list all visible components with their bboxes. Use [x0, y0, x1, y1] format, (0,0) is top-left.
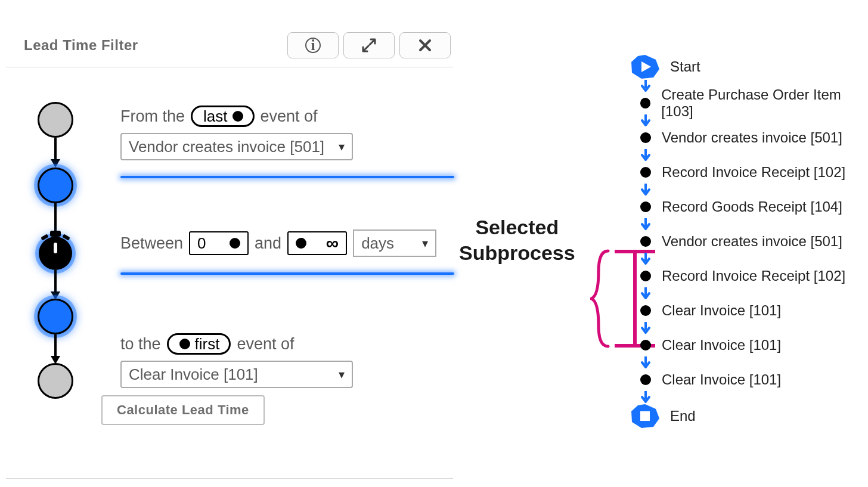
flow-arrow-icon [641, 356, 868, 368]
close-icon [418, 38, 432, 52]
flow-step: Clear Invoice [101] [624, 299, 868, 322]
to-toggle-label: first [195, 335, 220, 353]
calculate-button[interactable]: Calculate Lead Time [101, 395, 265, 425]
between-min-input[interactable]: 0 [189, 231, 249, 255]
bullet-icon [640, 236, 651, 247]
between-and: and [255, 234, 281, 253]
chevron-down-icon: ▾ [339, 367, 345, 381]
panel-toolbar: i [287, 32, 451, 58]
from-event-value: Vendor creates invoice [501] [129, 138, 324, 156]
flow-step-label: Create Purchase Order Item [103] [661, 86, 868, 120]
panel-body: From the last event of Vendor creates in… [6, 67, 453, 473]
from-event-select[interactable]: Vendor creates invoice [501] ▾ [120, 133, 353, 160]
flow-arrow-icon [641, 149, 868, 161]
expand-icon [361, 38, 377, 53]
flow-step-label: Clear Invoice [101] [662, 302, 781, 319]
process-flow: Start Create Purchase Order Item [103]Ve… [624, 54, 868, 429]
flow-arrow-icon [641, 322, 868, 334]
between-group: Between 0 and ∞ days ▾ [120, 229, 441, 275]
annotation-line1: Selected [459, 215, 575, 240]
flow-step: Record Invoice Receipt [102] [624, 161, 868, 184]
flow-step-label: Vendor creates invoice [501] [662, 129, 842, 146]
bullet-icon [640, 167, 651, 178]
flow-step: Record Goods Receipt [104] [624, 196, 868, 218]
toggle-dot-icon [232, 111, 243, 122]
info-icon: i [305, 38, 321, 53]
close-button[interactable] [399, 32, 451, 58]
timeline-connector [54, 138, 57, 160]
timeline-start-node [38, 102, 73, 138]
svg-rect-3 [640, 411, 650, 421]
chevron-down-icon: ▾ [339, 139, 345, 154]
panel-bottom-border [6, 478, 453, 479]
annotation-line2: Subprocess [459, 240, 575, 266]
panel-title: Lead Time Filter [24, 37, 138, 54]
selected-subprocess-label: Selected Subprocess [459, 215, 575, 265]
flow-arrow-icon [641, 184, 868, 196]
between-min-value: 0 [197, 234, 206, 253]
from-prefix: From the [120, 107, 185, 126]
timeline-connector [54, 203, 57, 232]
to-event-value: Clear Invoice [101] [129, 365, 258, 384]
bullet-icon [640, 132, 651, 143]
timeline-end-node [38, 363, 73, 399]
chevron-down-icon: ▾ [422, 236, 428, 250]
timeline-connector [54, 270, 57, 293]
lead-time-filter-panel: Lead Time Filter i [6, 27, 453, 473]
between-prefix: Between [120, 234, 183, 253]
flow-step-label: Clear Invoice [101] [662, 371, 781, 388]
bullet-icon [640, 201, 651, 212]
section-divider [120, 176, 454, 178]
bullet-icon [640, 374, 651, 385]
flow-arrow-icon [641, 253, 868, 265]
timeline-from-node [38, 167, 73, 203]
panel-header: Lead Time Filter i [6, 27, 453, 67]
bullet-icon [640, 98, 650, 108]
flow-step: Create Purchase Order Item [103] [624, 92, 868, 114]
timeline-to-node [38, 299, 73, 334]
to-suffix: event of [237, 335, 294, 353]
to-group: to the first event of Clear Invoice [101… [120, 333, 441, 388]
between-max-input[interactable]: ∞ [287, 231, 347, 255]
from-suffix: event of [261, 107, 318, 126]
end-badge-icon [630, 403, 661, 429]
between-unit-value: days [361, 234, 394, 253]
slider-dot-icon [230, 238, 240, 249]
start-badge-icon [630, 54, 661, 80]
flow-arrow-icon [641, 391, 868, 403]
from-group: From the last event of Vendor creates in… [120, 106, 441, 178]
slider-dot-icon [296, 238, 306, 249]
flow-step: Clear Invoice [101] [624, 368, 868, 391]
to-prefix: to the [120, 335, 161, 353]
timeline-connector [54, 334, 57, 357]
stopwatch-icon [39, 237, 72, 270]
to-event-select[interactable]: Clear Invoice [101] ▾ [120, 361, 353, 388]
flow-end: End [624, 403, 868, 429]
arrow-down-icon [51, 159, 60, 167]
info-button[interactable]: i [287, 32, 339, 58]
flow-arrow-icon [641, 218, 868, 230]
from-toggle[interactable]: last [191, 106, 254, 127]
flow-step: Vendor creates invoice [501] [624, 126, 868, 149]
flow-step-label: Vendor creates invoice [501] [662, 233, 842, 250]
flow-end-label: End [670, 408, 696, 424]
toggle-dot-icon [179, 339, 190, 349]
flow-step: Clear Invoice [101] [624, 334, 868, 356]
section-divider [120, 272, 454, 275]
from-toggle-label: last [203, 107, 227, 126]
flow-step-label: Clear Invoice [101] [662, 337, 781, 353]
bullet-icon [640, 340, 651, 350]
flow-start: Start [624, 54, 868, 80]
bullet-icon [640, 305, 651, 316]
flow-step: Record Invoice Receipt [102] [624, 265, 868, 287]
flow-arrow-icon [641, 287, 868, 299]
expand-button[interactable] [343, 32, 395, 58]
between-unit-select[interactable]: days ▾ [353, 229, 436, 257]
flow-step-label: Record Invoice Receipt [102] [662, 164, 845, 181]
flow-step-label: Record Goods Receipt [104] [662, 198, 842, 215]
between-max-value: ∞ [326, 233, 339, 253]
to-toggle[interactable]: first [167, 333, 231, 355]
flow-step-label: Record Invoice Receipt [102] [662, 268, 845, 284]
flow-start-label: Start [670, 58, 700, 75]
timeline-diagram [32, 102, 79, 442]
